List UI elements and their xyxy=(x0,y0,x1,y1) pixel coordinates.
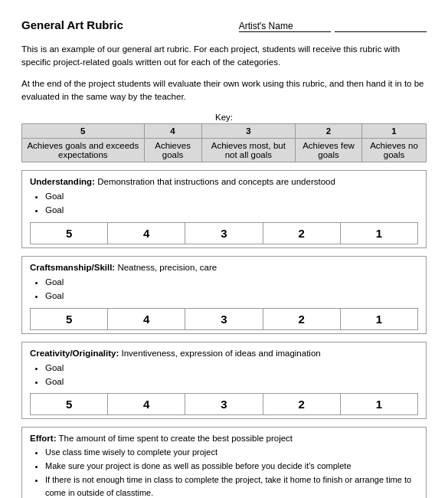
category-title-bold-effort: Effort: xyxy=(30,434,57,443)
page-header: General Art Rubric Artist's Name xyxy=(21,18,427,32)
score-cell-craftsmanship-1: 1 xyxy=(340,308,417,329)
key-desc-2: Achieves few goals xyxy=(296,139,362,162)
score-cell-understanding-4: 4 xyxy=(108,222,185,244)
goal-list-creativity: GoalGoal xyxy=(45,361,418,389)
goal-item-understanding-1: Goal xyxy=(45,203,418,217)
score-cell-creativity-2: 2 xyxy=(263,394,340,415)
score-cell-creativity-5: 5 xyxy=(31,394,108,415)
artist-name-underline xyxy=(335,21,427,32)
goal-item-effort-0: Use class time wisely to complete your p… xyxy=(45,446,418,460)
key-score-4: 4 xyxy=(144,124,201,139)
category-title-effort: Effort: The amount of time spent to crea… xyxy=(30,434,418,443)
category-title-creativity: Creativity/Originality: Inventiveness, e… xyxy=(30,349,418,358)
key-label: Key: xyxy=(21,113,427,122)
key-table: 5 4 3 2 1 Achieves goals and exceeds exp… xyxy=(21,123,427,162)
goal-item-craftsmanship-1: Goal xyxy=(45,289,418,303)
category-block-understanding: Understanding: Demonstration that instru… xyxy=(21,170,427,248)
goal-list-understanding: GoalGoal xyxy=(45,189,418,218)
key-section: Key: 5 4 3 2 1 Achieves goals and exceed… xyxy=(21,113,427,162)
category-title-bold-craftsmanship: Craftsmanship/Skill: xyxy=(30,263,115,272)
category-title-understanding: Understanding: Demonstration that instru… xyxy=(30,177,418,186)
score-cell-craftsmanship-2: 2 xyxy=(263,308,340,329)
key-desc-4: Achieves goals xyxy=(144,139,201,162)
key-desc-1: Achieves no goals xyxy=(361,139,426,162)
score-cell-craftsmanship-3: 3 xyxy=(185,308,263,329)
key-desc-5: Achieves goals and exceeds expectations xyxy=(22,139,145,162)
intro-paragraph-2: At the end of the project students will … xyxy=(21,77,427,104)
category-block-craftsmanship: Craftsmanship/Skill: Neatness, precision… xyxy=(21,256,427,334)
intro-paragraph-1: This is an example of our general art ru… xyxy=(21,43,427,70)
score-cell-understanding-1: 1 xyxy=(340,222,417,244)
category-title-bold-understanding: Understanding: xyxy=(30,177,95,186)
score-table-understanding: 54321 xyxy=(30,222,418,244)
score-cell-creativity-4: 4 xyxy=(108,394,185,415)
key-score-1: 1 xyxy=(361,124,426,139)
goal-item-creativity-0: Goal xyxy=(45,361,418,375)
key-score-2: 2 xyxy=(296,124,362,139)
score-table-creativity: 54321 xyxy=(30,393,418,415)
page-title: General Art Rubric xyxy=(21,18,123,31)
goal-item-creativity-1: Goal xyxy=(45,375,418,388)
score-cell-craftsmanship-4: 4 xyxy=(108,308,185,329)
artist-label: Artist's Name xyxy=(237,21,427,32)
score-cell-craftsmanship-5: 5 xyxy=(31,308,108,329)
key-desc-3: Achieves most, but not all goals xyxy=(201,139,296,162)
score-cell-understanding-3: 3 xyxy=(185,222,263,244)
key-score-3: 3 xyxy=(201,124,296,139)
category-title-bold-creativity: Creativity/Originality: xyxy=(30,349,119,358)
category-title-craftsmanship: Craftsmanship/Skill: Neatness, precision… xyxy=(30,263,418,272)
score-cell-creativity-3: 3 xyxy=(185,394,263,415)
key-score-5: 5 xyxy=(22,124,145,139)
score-table-craftsmanship: 54321 xyxy=(30,308,418,330)
goal-item-craftsmanship-0: Goal xyxy=(45,275,418,289)
score-cell-understanding-5: 5 xyxy=(31,222,108,244)
goal-item-effort-1: Make sure your project is done as well a… xyxy=(45,460,418,473)
goal-item-understanding-0: Goal xyxy=(45,189,418,203)
goal-list-craftsmanship: GoalGoal xyxy=(45,275,418,303)
category-block-effort: Effort: The amount of time spent to crea… xyxy=(21,427,427,498)
categories-container: Understanding: Demonstration that instru… xyxy=(21,170,427,498)
score-cell-understanding-2: 2 xyxy=(263,222,340,244)
goal-list-effort: Use class time wisely to complete your p… xyxy=(45,446,418,498)
category-block-creativity: Creativity/Originality: Inventiveness, e… xyxy=(21,342,427,420)
score-cell-creativity-1: 1 xyxy=(340,394,417,415)
goal-item-effort-2: If there is not enough time in class to … xyxy=(45,473,418,498)
